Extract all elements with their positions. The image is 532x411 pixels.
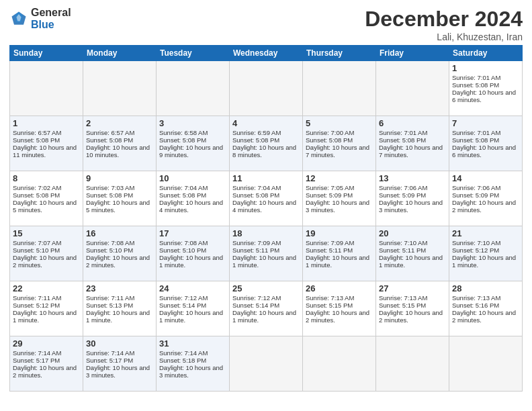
daylight-text: Daylight: 10 hours and 1 minute. xyxy=(306,254,369,269)
day-number: 31 xyxy=(159,338,226,349)
calendar-cell: 19Sunrise: 7:09 AMSunset: 5:11 PMDayligh… xyxy=(303,226,376,281)
daylight-text: Daylight: 10 hours and 1 minute. xyxy=(13,309,77,324)
calendar-cell xyxy=(376,61,449,116)
page-container: General Blue December 2024 Lali, Khuzest… xyxy=(0,0,532,396)
calendar-cell xyxy=(157,61,230,116)
day-number: 22 xyxy=(13,283,80,293)
sunset-text: Sunset: 5:08 PM xyxy=(232,136,279,144)
daylight-text: Daylight: 10 hours and 4 minutes. xyxy=(232,199,296,214)
day-number: 12 xyxy=(306,173,373,183)
logo: General Blue xyxy=(9,7,71,30)
sunrise-text: Sunrise: 7:12 AM xyxy=(232,294,281,302)
sunrise-text: Sunrise: 7:13 AM xyxy=(379,294,427,302)
sunset-text: Sunset: 5:08 PM xyxy=(159,191,206,199)
sunset-text: Sunset: 5:11 PM xyxy=(379,246,426,254)
daylight-text: Daylight: 10 hours and 7 minutes. xyxy=(306,144,369,158)
calendar-cell: 4Sunrise: 6:59 AMSunset: 5:08 PMDaylight… xyxy=(230,116,303,171)
sunset-text: Sunset: 5:14 PM xyxy=(159,302,206,309)
calendar-cell: 5Sunrise: 7:00 AMSunset: 5:08 PMDaylight… xyxy=(303,116,376,171)
calendar-header-thursday: Thursday xyxy=(303,46,376,61)
day-number: 9 xyxy=(86,173,153,183)
day-number: 19 xyxy=(306,228,373,238)
calendar-cell: 7Sunrise: 7:01 AMSunset: 5:08 PMDaylight… xyxy=(449,116,523,171)
daylight-text: Daylight: 10 hours and 2 minutes. xyxy=(13,254,77,269)
calendar-header-sunday: Sunday xyxy=(10,46,83,61)
sunset-text: Sunset: 5:15 PM xyxy=(379,302,426,309)
calendar-cell: 1Sunrise: 7:01 AMSunset: 5:08 PMDaylight… xyxy=(449,61,523,116)
daylight-text: Daylight: 10 hours and 3 minutes. xyxy=(159,364,223,379)
sunrise-text: Sunrise: 6:59 AM xyxy=(232,129,281,136)
sunset-text: Sunset: 5:08 PM xyxy=(86,191,133,199)
sunset-text: Sunset: 5:10 PM xyxy=(159,246,206,254)
day-number: 29 xyxy=(13,338,80,349)
daylight-text: Daylight: 10 hours and 2 minutes. xyxy=(379,309,443,324)
daylight-text: Daylight: 10 hours and 7 minutes. xyxy=(379,144,443,158)
calendar-week-1: 1Sunrise: 6:57 AMSunset: 5:08 PMDaylight… xyxy=(10,116,523,171)
calendar-cell: 30Sunrise: 7:14 AMSunset: 5:17 PMDayligh… xyxy=(83,336,157,392)
calendar-cell xyxy=(83,61,157,116)
sunset-text: Sunset: 5:14 PM xyxy=(232,302,279,309)
day-number: 17 xyxy=(159,228,226,238)
calendar-cell xyxy=(230,336,303,392)
day-number: 7 xyxy=(452,118,519,128)
calendar-header-row: SundayMondayTuesdayWednesdayThursdayFrid… xyxy=(10,46,523,61)
sunset-text: Sunset: 5:09 PM xyxy=(306,191,353,199)
sunrise-text: Sunrise: 7:11 AM xyxy=(86,294,134,302)
header: General Blue December 2024 Lali, Khuzest… xyxy=(9,7,523,42)
calendar-cell: 21Sunrise: 7:10 AMSunset: 5:12 PMDayligh… xyxy=(449,226,523,281)
daylight-text: Daylight: 10 hours and 2 minutes. xyxy=(452,309,516,324)
sunrise-text: Sunrise: 7:14 AM xyxy=(13,349,61,357)
sunset-text: Sunset: 5:13 PM xyxy=(86,302,133,309)
daylight-text: Daylight: 10 hours and 6 minutes. xyxy=(452,89,516,103)
sunrise-text: Sunrise: 7:04 AM xyxy=(159,184,208,191)
sunset-text: Sunset: 5:08 PM xyxy=(232,191,279,199)
day-number: 8 xyxy=(13,173,80,183)
daylight-text: Daylight: 10 hours and 3 minutes. xyxy=(306,199,369,214)
calendar-cell xyxy=(303,336,376,392)
sunrise-text: Sunrise: 7:05 AM xyxy=(306,184,354,191)
daylight-text: Daylight: 10 hours and 3 minutes. xyxy=(379,199,443,214)
day-number: 5 xyxy=(306,118,373,128)
sunrise-text: Sunrise: 7:10 AM xyxy=(452,239,500,246)
logo-blue: Blue xyxy=(31,19,71,31)
daylight-text: Daylight: 10 hours and 1 minute. xyxy=(232,254,296,269)
sunrise-text: Sunrise: 7:08 AM xyxy=(159,239,208,246)
calendar-week-3: 15Sunrise: 7:07 AMSunset: 5:10 PMDayligh… xyxy=(10,226,523,281)
sunrise-text: Sunrise: 6:57 AM xyxy=(86,129,134,136)
calendar-week-2: 8Sunrise: 7:02 AMSunset: 5:08 PMDaylight… xyxy=(10,171,523,226)
day-number: 27 xyxy=(379,283,446,293)
sunrise-text: Sunrise: 7:00 AM xyxy=(306,129,354,136)
calendar-cell: 29Sunrise: 7:14 AMSunset: 5:17 PMDayligh… xyxy=(10,336,83,392)
calendar-cell: 24Sunrise: 7:12 AMSunset: 5:14 PMDayligh… xyxy=(157,281,230,336)
daylight-text: Daylight: 10 hours and 1 minute. xyxy=(86,309,150,324)
calendar-cell: 12Sunrise: 7:05 AMSunset: 5:09 PMDayligh… xyxy=(303,171,376,226)
sunrise-text: Sunrise: 7:08 AM xyxy=(86,239,134,246)
daylight-text: Daylight: 10 hours and 1 minute. xyxy=(379,254,443,269)
sunrise-text: Sunrise: 7:01 AM xyxy=(452,129,500,136)
day-number: 15 xyxy=(13,228,80,238)
day-number: 23 xyxy=(86,283,153,293)
sunrise-text: Sunrise: 7:06 AM xyxy=(452,184,500,191)
calendar-cell: 15Sunrise: 7:07 AMSunset: 5:10 PMDayligh… xyxy=(10,226,83,281)
calendar-cell: 16Sunrise: 7:08 AMSunset: 5:10 PMDayligh… xyxy=(83,226,157,281)
daylight-text: Daylight: 10 hours and 1 minute. xyxy=(232,309,296,324)
day-number: 1 xyxy=(452,63,519,73)
daylight-text: Daylight: 10 hours and 5 minutes. xyxy=(13,199,77,214)
calendar-body: 1Sunrise: 7:01 AMSunset: 5:08 PMDaylight… xyxy=(10,61,523,392)
calendar-cell: 11Sunrise: 7:04 AMSunset: 5:08 PMDayligh… xyxy=(230,171,303,226)
sunset-text: Sunset: 5:11 PM xyxy=(306,246,353,254)
calendar-cell xyxy=(230,61,303,116)
calendar-header-tuesday: Tuesday xyxy=(157,46,230,61)
calendar-cell: 20Sunrise: 7:10 AMSunset: 5:11 PMDayligh… xyxy=(376,226,449,281)
sunrise-text: Sunrise: 7:13 AM xyxy=(452,294,500,302)
sunset-text: Sunset: 5:09 PM xyxy=(379,191,426,199)
sunrise-text: Sunrise: 7:14 AM xyxy=(159,349,208,357)
sunset-text: Sunset: 5:10 PM xyxy=(13,246,60,254)
sunset-text: Sunset: 5:15 PM xyxy=(306,302,353,309)
sunrise-text: Sunrise: 7:09 AM xyxy=(306,239,354,246)
calendar-cell xyxy=(449,336,523,392)
day-number: 3 xyxy=(159,118,226,128)
daylight-text: Daylight: 10 hours and 1 minute. xyxy=(159,254,223,269)
daylight-text: Daylight: 10 hours and 11 minutes. xyxy=(13,144,77,158)
daylight-text: Daylight: 10 hours and 5 minutes. xyxy=(86,199,150,214)
